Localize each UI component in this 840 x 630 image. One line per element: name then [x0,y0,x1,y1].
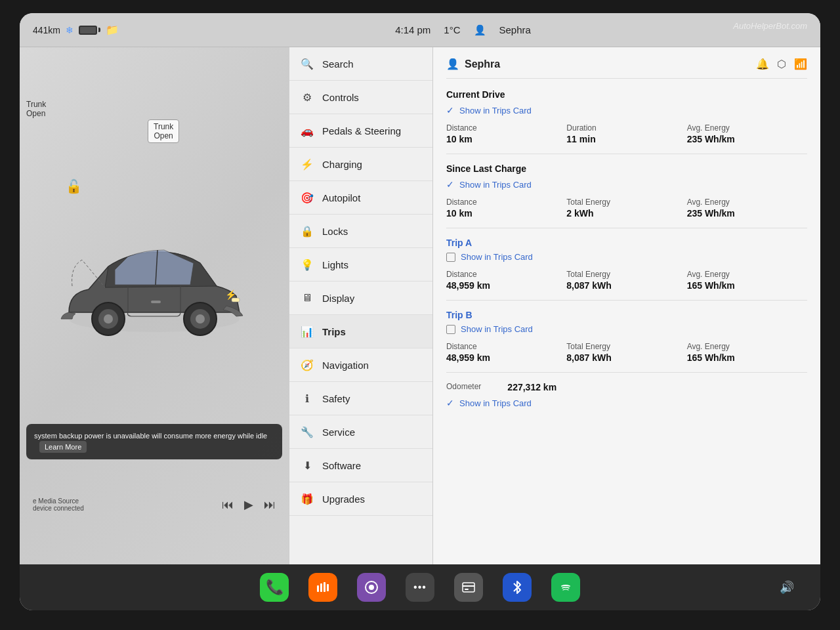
battery-body [79,26,97,35]
current-drive-title: Current Drive [446,89,807,100]
audio-button[interactable] [308,573,337,602]
current-distance: Distance 10 km [446,123,566,144]
nav-label-safety: Safety [322,393,350,404]
phone-button[interactable]: 📞 [260,573,289,602]
current-drive-stats: Distance 10 km Duration 11 min Avg. Ener… [446,123,807,144]
lights-icon: 💡 [300,257,314,272]
checkmark-odometer: ✓ [446,398,454,408]
divider-3 [446,300,807,301]
status-bar: 441km ❄ 📁 4:14 pm 1°C 👤 Sephra [20,13,820,47]
nav-item-trips[interactable]: 📊 Trips [289,315,432,348]
prev-track-icon[interactable]: ⏮ [222,498,234,512]
show-trips-row-b[interactable]: Show in Trips Card [446,324,807,334]
nav-item-service[interactable]: 🔧 Service [289,415,432,449]
trip-a-link[interactable]: Trip A [446,238,807,248]
svg-rect-9 [151,301,161,303]
user-name-display: Sephra [465,58,500,70]
nav-item-lights[interactable]: 💡 Lights [289,248,432,282]
temp-display: 1°C [444,24,460,35]
media-source-label: e Media Source [33,497,84,505]
content-header: 👤 Sephra 🔔 ⬡ 📶 [446,58,807,79]
show-trips-row-since[interactable]: ✓ Show in Trips Card [446,179,807,190]
trunk-label: TrunkOpen [148,119,179,143]
bluetooth-header-icon: ⬡ [777,58,786,70]
current-avg-energy-value: 235 Wh/km [687,134,807,144]
nav-label-lights: Lights [322,259,348,270]
signal-icon: 📶 [794,58,807,70]
trip-a-total-energy-value: 8,087 kWh [566,280,686,291]
svg-point-16 [369,585,374,590]
user-name-status: Sephra [499,24,531,35]
navigation-icon: 🧭 [300,358,314,372]
safety-icon: ℹ [300,391,314,406]
trip-a-distance-label: Distance [446,270,566,279]
status-left: 441km ❄ 📁 [33,24,119,36]
nav-item-pedals[interactable]: 🚗 Pedals & Steering [289,114,432,148]
nav-label-upgrades: Upgrades [322,494,365,505]
current-duration-label: Duration [566,123,686,133]
nav-item-upgrades[interactable]: 🎁 Upgrades [289,482,432,516]
trip-b-total-energy-value: 8,087 kWh [566,352,686,363]
nav-item-autopilot[interactable]: 🎯 Autopilot [289,181,432,215]
trip-a-total-energy-label: Total Energy [566,270,686,279]
trip-b-total-energy: Total Energy 8,087 kWh [566,342,686,363]
more-button[interactable]: ••• [406,573,434,602]
since-total-energy-value: 2 kWh [566,208,686,219]
media-source-info: e Media Source device connected [33,497,84,512]
divider-4 [446,372,807,373]
show-trips-row-odometer[interactable]: ✓ Show in Trips Card [446,398,807,408]
nav-label-navigation: Navigation [322,360,369,371]
play-icon[interactable]: ▶ [244,497,253,512]
media-controls: ⏮ ▶ ⏭ [222,497,276,512]
cards-button[interactable] [454,573,483,602]
profile-icon: 👤 [474,24,486,36]
trip-b-avg-energy-value: 165 Wh/km [687,352,807,363]
next-track-icon[interactable]: ⏭ [264,498,276,512]
svg-rect-14 [327,584,329,591]
nav-item-display[interactable]: 🖥 Display [289,282,432,315]
nav-label-service: Service [322,427,355,438]
nav-item-software[interactable]: ⬇ Software [289,449,432,482]
search-icon: 🔍 [300,56,314,71]
trip-b-avg-energy-label: Avg. Energy [687,342,807,351]
trip-a-avg-energy: Avg. Energy 165 Wh/km [687,270,807,291]
nav-item-charging[interactable]: ⚡ Charging [289,148,432,181]
show-trips-row-a[interactable]: Show in Trips Card [446,252,807,262]
battery-icon [79,26,100,35]
trips-icon: 📊 [300,324,314,339]
nav-item-controls[interactable]: ⚙ Controls [289,81,432,114]
user-name-header: 👤 Sephra [446,58,500,70]
nav-item-locks[interactable]: 🔒 Locks [289,215,432,248]
trip-b-stats: Distance 48,959 km Total Energy 8,087 kW… [446,342,807,363]
device-connected-label: device connected [33,505,84,512]
taskbar: 📞 ••• [20,564,820,610]
checkmark-current: ✓ [446,105,454,116]
nav-item-search[interactable]: 🔍 Search [289,47,432,81]
learn-more-button[interactable]: Learn More [39,441,87,453]
trip-b-link[interactable]: Trip B [446,310,807,320]
warning-text: system backup power is unavailable will … [34,432,267,440]
show-trips-card-label-b: Show in Trips Card [461,324,533,334]
volume-area[interactable]: 🔊 [780,580,794,595]
controls-icon: ⚙ [300,90,314,104]
nav-label-display: Display [322,293,354,304]
since-total-energy-label: Total Energy [566,198,686,207]
svg-text:⚡: ⚡ [225,289,237,301]
trip-a-avg-energy-label: Avg. Energy [687,270,807,279]
svg-rect-19 [465,589,469,590]
nav-label-locks: Locks [322,226,348,237]
volume-icon: 🔊 [780,580,794,595]
since-avg-energy-value: 235 Wh/km [687,208,807,219]
nav-item-safety[interactable]: ℹ Safety [289,382,432,415]
current-avg-energy: Avg. Energy 235 Wh/km [687,123,807,144]
bluetooth-button[interactable] [503,573,532,602]
content-panel: 👤 Sephra 🔔 ⬡ 📶 Current Drive ✓ Show in T… [433,47,820,564]
car-image-area: Trunk Open 🔓 [20,47,289,564]
spotify-button[interactable] [551,573,580,602]
header-icons: 🔔 ⬡ 📶 [756,58,807,70]
show-trips-row-current[interactable]: ✓ Show in Trips Card [446,105,807,116]
nav-item-navigation[interactable]: 🧭 Navigation [289,348,432,382]
camera-button[interactable] [357,573,386,602]
odometer-value: 227,312 km [507,382,556,392]
trip-a-stats: Distance 48,959 km Total Energy 8,087 kW… [446,270,807,291]
